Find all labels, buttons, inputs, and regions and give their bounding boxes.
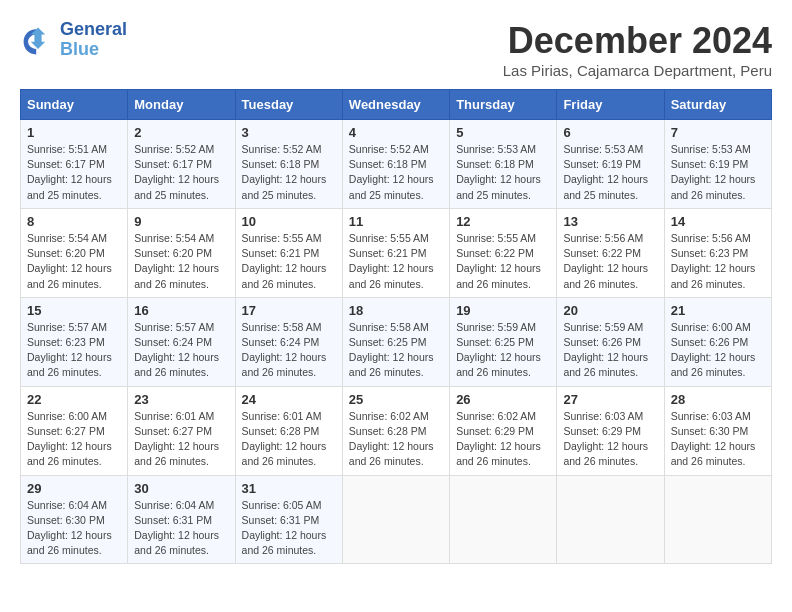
day-info: Sunrise: 5:52 AMSunset: 6:18 PMDaylight:… <box>349 142 443 203</box>
day-cell: 12Sunrise: 5:55 AMSunset: 6:22 PMDayligh… <box>450 208 557 297</box>
day-info: Sunrise: 5:58 AMSunset: 6:24 PMDaylight:… <box>242 320 336 381</box>
logo-icon <box>20 22 56 58</box>
day-number: 2 <box>134 125 228 140</box>
day-number: 14 <box>671 214 765 229</box>
day-number: 15 <box>27 303 121 318</box>
day-number: 20 <box>563 303 657 318</box>
day-info: Sunrise: 5:55 AMSunset: 6:22 PMDaylight:… <box>456 231 550 292</box>
calendar-header: SundayMondayTuesdayWednesdayThursdayFrid… <box>21 90 772 120</box>
day-cell: 18Sunrise: 5:58 AMSunset: 6:25 PMDayligh… <box>342 297 449 386</box>
week-row-1: 1Sunrise: 5:51 AMSunset: 6:17 PMDaylight… <box>21 120 772 209</box>
day-number: 19 <box>456 303 550 318</box>
day-cell: 20Sunrise: 5:59 AMSunset: 6:26 PMDayligh… <box>557 297 664 386</box>
day-number: 9 <box>134 214 228 229</box>
day-number: 30 <box>134 481 228 496</box>
day-cell: 9Sunrise: 5:54 AMSunset: 6:20 PMDaylight… <box>128 208 235 297</box>
day-cell: 11Sunrise: 5:55 AMSunset: 6:21 PMDayligh… <box>342 208 449 297</box>
day-number: 16 <box>134 303 228 318</box>
day-cell: 6Sunrise: 5:53 AMSunset: 6:19 PMDaylight… <box>557 120 664 209</box>
day-number: 13 <box>563 214 657 229</box>
day-info: Sunrise: 5:53 AMSunset: 6:19 PMDaylight:… <box>563 142 657 203</box>
logo: General Blue <box>20 20 127 60</box>
day-number: 11 <box>349 214 443 229</box>
week-row-3: 15Sunrise: 5:57 AMSunset: 6:23 PMDayligh… <box>21 297 772 386</box>
day-info: Sunrise: 5:57 AMSunset: 6:24 PMDaylight:… <box>134 320 228 381</box>
weekday-header-row: SundayMondayTuesdayWednesdayThursdayFrid… <box>21 90 772 120</box>
day-cell: 2Sunrise: 5:52 AMSunset: 6:17 PMDaylight… <box>128 120 235 209</box>
day-info: Sunrise: 5:59 AMSunset: 6:26 PMDaylight:… <box>563 320 657 381</box>
day-cell: 1Sunrise: 5:51 AMSunset: 6:17 PMDaylight… <box>21 120 128 209</box>
day-cell: 24Sunrise: 6:01 AMSunset: 6:28 PMDayligh… <box>235 386 342 475</box>
day-info: Sunrise: 6:03 AMSunset: 6:30 PMDaylight:… <box>671 409 765 470</box>
day-number: 17 <box>242 303 336 318</box>
day-number: 12 <box>456 214 550 229</box>
day-cell <box>450 475 557 564</box>
day-info: Sunrise: 5:53 AMSunset: 6:18 PMDaylight:… <box>456 142 550 203</box>
calendar-body: 1Sunrise: 5:51 AMSunset: 6:17 PMDaylight… <box>21 120 772 564</box>
day-info: Sunrise: 5:56 AMSunset: 6:23 PMDaylight:… <box>671 231 765 292</box>
day-cell <box>342 475 449 564</box>
header: General Blue December 2024 Las Pirias, C… <box>20 20 772 79</box>
day-info: Sunrise: 5:58 AMSunset: 6:25 PMDaylight:… <box>349 320 443 381</box>
day-cell: 26Sunrise: 6:02 AMSunset: 6:29 PMDayligh… <box>450 386 557 475</box>
day-cell <box>664 475 771 564</box>
day-info: Sunrise: 5:54 AMSunset: 6:20 PMDaylight:… <box>27 231 121 292</box>
day-info: Sunrise: 5:59 AMSunset: 6:25 PMDaylight:… <box>456 320 550 381</box>
weekday-header-saturday: Saturday <box>664 90 771 120</box>
day-info: Sunrise: 6:04 AMSunset: 6:30 PMDaylight:… <box>27 498 121 559</box>
day-cell: 23Sunrise: 6:01 AMSunset: 6:27 PMDayligh… <box>128 386 235 475</box>
week-row-2: 8Sunrise: 5:54 AMSunset: 6:20 PMDaylight… <box>21 208 772 297</box>
day-cell: 14Sunrise: 5:56 AMSunset: 6:23 PMDayligh… <box>664 208 771 297</box>
day-cell: 5Sunrise: 5:53 AMSunset: 6:18 PMDaylight… <box>450 120 557 209</box>
day-number: 18 <box>349 303 443 318</box>
day-cell: 28Sunrise: 6:03 AMSunset: 6:30 PMDayligh… <box>664 386 771 475</box>
weekday-header-monday: Monday <box>128 90 235 120</box>
day-cell: 15Sunrise: 5:57 AMSunset: 6:23 PMDayligh… <box>21 297 128 386</box>
week-row-5: 29Sunrise: 6:04 AMSunset: 6:30 PMDayligh… <box>21 475 772 564</box>
weekday-header-sunday: Sunday <box>21 90 128 120</box>
page-container: General Blue December 2024 Las Pirias, C… <box>20 20 772 564</box>
day-info: Sunrise: 6:00 AMSunset: 6:26 PMDaylight:… <box>671 320 765 381</box>
day-cell: 27Sunrise: 6:03 AMSunset: 6:29 PMDayligh… <box>557 386 664 475</box>
day-cell: 30Sunrise: 6:04 AMSunset: 6:31 PMDayligh… <box>128 475 235 564</box>
day-cell: 29Sunrise: 6:04 AMSunset: 6:30 PMDayligh… <box>21 475 128 564</box>
calendar-table: SundayMondayTuesdayWednesdayThursdayFrid… <box>20 89 772 564</box>
day-number: 4 <box>349 125 443 140</box>
day-number: 3 <box>242 125 336 140</box>
location-title: Las Pirias, Cajamarca Department, Peru <box>503 62 772 79</box>
day-info: Sunrise: 6:04 AMSunset: 6:31 PMDaylight:… <box>134 498 228 559</box>
day-cell: 21Sunrise: 6:00 AMSunset: 6:26 PMDayligh… <box>664 297 771 386</box>
day-number: 27 <box>563 392 657 407</box>
day-number: 22 <box>27 392 121 407</box>
logo-text: General Blue <box>60 20 127 60</box>
day-number: 24 <box>242 392 336 407</box>
day-cell: 3Sunrise: 5:52 AMSunset: 6:18 PMDaylight… <box>235 120 342 209</box>
day-info: Sunrise: 6:05 AMSunset: 6:31 PMDaylight:… <box>242 498 336 559</box>
weekday-header-wednesday: Wednesday <box>342 90 449 120</box>
day-cell <box>557 475 664 564</box>
weekday-header-friday: Friday <box>557 90 664 120</box>
month-title: December 2024 <box>503 20 772 62</box>
day-cell: 10Sunrise: 5:55 AMSunset: 6:21 PMDayligh… <box>235 208 342 297</box>
day-info: Sunrise: 5:51 AMSunset: 6:17 PMDaylight:… <box>27 142 121 203</box>
day-info: Sunrise: 5:52 AMSunset: 6:17 PMDaylight:… <box>134 142 228 203</box>
weekday-header-thursday: Thursday <box>450 90 557 120</box>
day-info: Sunrise: 6:01 AMSunset: 6:27 PMDaylight:… <box>134 409 228 470</box>
day-info: Sunrise: 5:53 AMSunset: 6:19 PMDaylight:… <box>671 142 765 203</box>
day-number: 25 <box>349 392 443 407</box>
day-number: 21 <box>671 303 765 318</box>
day-cell: 13Sunrise: 5:56 AMSunset: 6:22 PMDayligh… <box>557 208 664 297</box>
day-cell: 17Sunrise: 5:58 AMSunset: 6:24 PMDayligh… <box>235 297 342 386</box>
day-number: 6 <box>563 125 657 140</box>
week-row-4: 22Sunrise: 6:00 AMSunset: 6:27 PMDayligh… <box>21 386 772 475</box>
title-section: December 2024 Las Pirias, Cajamarca Depa… <box>503 20 772 79</box>
day-info: Sunrise: 6:02 AMSunset: 6:29 PMDaylight:… <box>456 409 550 470</box>
day-info: Sunrise: 5:54 AMSunset: 6:20 PMDaylight:… <box>134 231 228 292</box>
day-number: 5 <box>456 125 550 140</box>
day-cell: 22Sunrise: 6:00 AMSunset: 6:27 PMDayligh… <box>21 386 128 475</box>
day-cell: 31Sunrise: 6:05 AMSunset: 6:31 PMDayligh… <box>235 475 342 564</box>
day-info: Sunrise: 5:57 AMSunset: 6:23 PMDaylight:… <box>27 320 121 381</box>
day-number: 28 <box>671 392 765 407</box>
day-number: 8 <box>27 214 121 229</box>
day-cell: 16Sunrise: 5:57 AMSunset: 6:24 PMDayligh… <box>128 297 235 386</box>
